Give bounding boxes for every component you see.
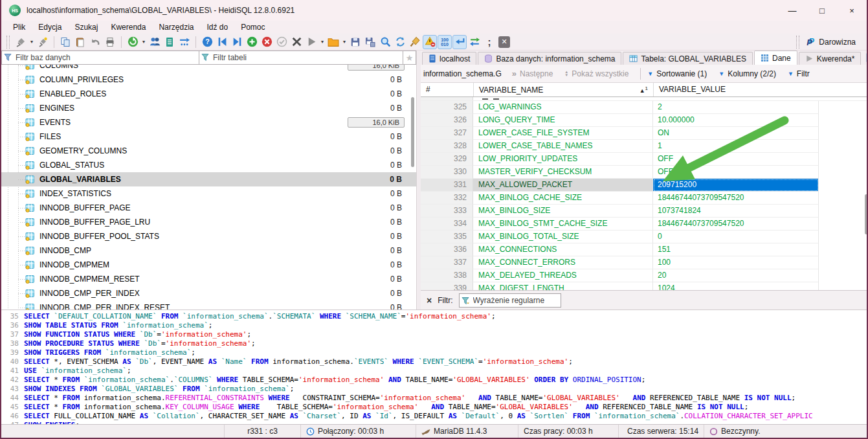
new-query-tab-button[interactable]: [862, 51, 868, 65]
donate-button[interactable]: PP Darowizna: [803, 36, 862, 48]
connect-dropdown-icon[interactable]: ▾: [28, 39, 35, 45]
tree-item-innodb_cmp_per_index_reset[interactable]: INNODB_CMP_PER_INDEX_RESET0 B: [1, 300, 416, 310]
grid-cell[interactable]: 337: [421, 256, 473, 269]
grid-cell[interactable]: 1024: [653, 282, 819, 290]
grid-cell[interactable]: 325: [421, 101, 473, 114]
tree-item-index_statistics[interactable]: INDEX_STATISTICS0 B: [1, 186, 416, 201]
grid-cell[interactable]: LOW_PRIORITY_UPDATES: [473, 153, 653, 166]
wrap-lines-toggle-button[interactable]: [452, 35, 467, 49]
apply-changes-button[interactable]: [274, 35, 289, 49]
grid-cell[interactable]: ON: [653, 127, 819, 140]
stop-on-errors-button[interactable]: ✕: [497, 35, 511, 49]
grid-cell[interactable]: MAX_BINLOG_CACHE_SIZE: [473, 192, 653, 205]
session-manager-button[interactable]: [148, 35, 162, 49]
delete-row-button[interactable]: [260, 35, 274, 49]
table-row[interactable]: 339MAX_DIGEST_LENGTH1024: [421, 282, 868, 290]
tree-item-files[interactable]: FILES0 B: [1, 129, 416, 144]
grid-cell[interactable]: 1073741824: [653, 205, 819, 218]
minimize-button[interactable]: —: [777, 0, 807, 21]
table-row[interactable]: 331MAX_ALLOWED_PACKET209715200: [421, 179, 868, 192]
maximize-button[interactable]: □: [807, 0, 837, 21]
tree-item-innodb_buffer_page[interactable]: INNODB_BUFFER_PAGE0 B: [1, 201, 416, 215]
binary-toggle-button[interactable]: 100010: [438, 35, 452, 49]
grid-cell[interactable]: MAX_CONNECTIONS: [473, 243, 653, 256]
grid-cell[interactable]: 328: [421, 140, 473, 153]
column-header-rownum[interactable]: #: [421, 83, 473, 96]
grid-cell[interactable]: OFF: [653, 153, 819, 166]
table-row[interactable]: 325LOG_WARNINGS2: [421, 101, 868, 114]
table-row[interactable]: 335MAX_BINLOG_TOTAL_SIZE0: [421, 231, 868, 243]
grid-filter-input[interactable]: [460, 294, 561, 307]
grid-cell[interactable]: MAX_BINLOG_STMT_CACHE_SIZE: [473, 218, 653, 231]
semicolon-button[interactable]: ;: [482, 35, 496, 49]
tree-item-innodb_cmpmem_reset[interactable]: INNODB_CMPMEM_RESET0 B: [1, 272, 416, 286]
show-all-rows-button[interactable]: ▲▼ Pokaż wszystkie: [564, 69, 629, 78]
grid-cell[interactable]: 209715200: [653, 179, 819, 192]
tree-item-global_status[interactable]: GLOBAL_STATUS0 B: [1, 158, 416, 172]
discard-changes-button[interactable]: [289, 35, 304, 49]
save-as-button[interactable]: [363, 35, 377, 49]
close-button[interactable]: ×: [837, 0, 867, 21]
grid-cell[interactable]: 330: [421, 166, 473, 179]
menu-kwerenda[interactable]: Kwerenda: [104, 23, 152, 32]
database-filter-input[interactable]: [1, 51, 199, 65]
table-row[interactable]: 327LOWER_CASE_FILE_SYSTEMON: [421, 127, 868, 140]
data-flow-button[interactable]: [177, 35, 192, 49]
table-row[interactable]: 328LOWER_CASE_TABLE_NAMES1: [421, 140, 868, 153]
find-button[interactable]: [378, 35, 392, 49]
grid-cell[interactable]: 20: [653, 269, 819, 282]
grid-cell[interactable]: MAX_CONNECT_ERRORS: [473, 256, 653, 269]
table-row[interactable]: 337MAX_CONNECT_ERRORS100: [421, 256, 868, 269]
copy-button[interactable]: [58, 35, 72, 49]
table-filter-input[interactable]: [199, 51, 403, 65]
next-rows-button[interactable]: » Następne: [512, 69, 553, 78]
table-row[interactable]: 334MAX_BINLOG_STMT_CACHE_SIZE18446744073…: [421, 218, 868, 231]
grid-cell[interactable]: 2: [653, 101, 819, 114]
refresh-button[interactable]: [126, 35, 140, 49]
grid-cell[interactable]: 327: [421, 127, 473, 140]
tree-item-enabled_roles[interactable]: ENABLED_ROLES0 B: [1, 87, 416, 101]
grid-cell[interactable]: 18446744073709547520: [653, 192, 819, 205]
tree-scrollbar-thumb[interactable]: [411, 97, 414, 167]
grid-cell[interactable]: 335: [421, 231, 473, 243]
refresh-dropdown-icon[interactable]: ▾: [140, 39, 147, 45]
reformat-button[interactable]: [467, 35, 482, 49]
grid-cell[interactable]: 18446744073709547520: [653, 218, 819, 231]
last-record-button[interactable]: [230, 35, 244, 49]
tree-item-engines[interactable]: ENGINES0 B: [1, 101, 416, 115]
grid-cell[interactable]: MAX_BINLOG_SIZE: [473, 205, 653, 218]
toolbar-grip[interactable]: [6, 36, 10, 49]
grid-cell[interactable]: LONG_QUERY_TIME: [473, 114, 653, 127]
open-file-button[interactable]: [326, 35, 340, 49]
grid-cell[interactable]: 336: [421, 243, 473, 256]
grid-cell[interactable]: 10.000000: [653, 114, 819, 127]
grid-cell[interactable]: MAX_DELAYED_THREADS: [473, 269, 653, 282]
print-button[interactable]: [103, 35, 117, 49]
menu-szukaj[interactable]: Szukaj: [68, 23, 104, 32]
grid-cell[interactable]: 1: [653, 140, 819, 153]
tab-table[interactable]: Tabela: GLOBAL_VARIABLES: [623, 52, 753, 65]
tree-item-innodb_cmpmem[interactable]: INNODB_CMPMEM0 B: [1, 258, 416, 272]
clean-button[interactable]: [408, 35, 422, 49]
table-row[interactable]: 332MAX_BINLOG_CACHE_SIZE1844674407370954…: [421, 192, 868, 205]
run-dropdown-icon[interactable]: ▾: [319, 39, 326, 45]
column-header-variable-value[interactable]: VARIABLE_VALUE: [653, 83, 819, 96]
tab-host[interactable]: localhost: [422, 52, 476, 65]
menu-pomoc[interactable]: Pomoc: [234, 23, 271, 32]
insert-row-button[interactable]: [245, 35, 259, 49]
find-replace-button[interactable]: [393, 35, 407, 49]
disconnect-button[interactable]: [36, 35, 50, 49]
grid-cell[interactable]: 331: [421, 179, 473, 192]
grid-cell[interactable]: MAX_ALLOWED_PACKET: [473, 179, 653, 192]
table-row[interactable]: 330MASTER_VERIFY_CHECKSUMOFF: [421, 166, 868, 179]
menu-idź-do[interactable]: Idź do: [200, 23, 234, 32]
grid-cell[interactable]: MASTER_VERIFY_CHECKSUM: [473, 166, 653, 179]
help-button[interactable]: ?: [200, 35, 214, 49]
grid-cell[interactable]: LOG_WARNINGS: [473, 101, 653, 114]
tree-item-global_variables[interactable]: GLOBAL_VARIABLES0 B: [1, 172, 416, 186]
grid-cell[interactable]: 100: [653, 256, 819, 269]
tree-item-columns[interactable]: COLUMNS16,0 KiB: [1, 65, 416, 73]
grid-cell[interactable]: 151: [653, 243, 819, 256]
column-header-variable-name[interactable]: VARIABLE_NAME ▲1: [473, 83, 653, 96]
panel-splitter[interactable]: [416, 51, 421, 310]
